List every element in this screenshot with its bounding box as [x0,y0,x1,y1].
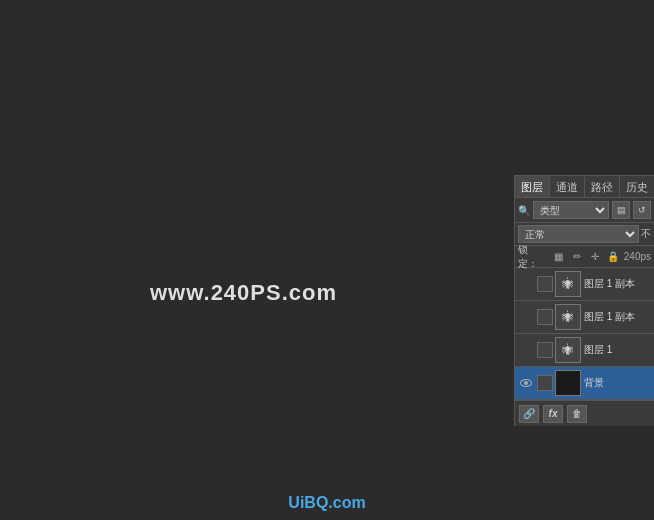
delete-layer-button[interactable]: 🗑 [567,405,587,423]
tab-paths[interactable]: 路径 [585,176,620,197]
layer-visibility-toggle[interactable] [517,374,535,392]
opacity-label: 不 [641,227,651,241]
tab-channels[interactable]: 通道 [550,176,585,197]
layer-effects-button[interactable]: fx [543,405,563,423]
layer-item[interactable]: 🕷 图层 1 副本 [515,268,654,301]
lock-pixels-icon[interactable]: ▦ [551,249,566,265]
panel-tabs: 图层 通道 路径 历史 [515,176,654,198]
layer-checkbox[interactable] [537,375,553,391]
blend-mode-select[interactable]: 正常 [518,225,639,243]
lock-all-icon[interactable]: 🔒 [606,249,621,265]
layer-name: 图层 1 副本 [584,277,652,291]
layers-panel: 图层 通道 路径 历史 🔍 类型 ▤ ↺ 正常 不 锁定： ▦ ✏ ✛ 🔒 24… [514,175,654,426]
layer-thumbnail: 🕷 [555,337,581,363]
layer-size-label: 240ps [624,251,651,262]
panel-toolbar: 🔗 fx 🗑 [515,400,654,426]
lock-position-icon[interactable]: ✏ [569,249,584,265]
layer-item-background[interactable]: 背景 [515,367,654,400]
layer-name: 图层 1 [584,343,652,357]
filter-btn2[interactable]: ↺ [633,201,651,219]
canvas-area [0,0,514,520]
filter-btn1[interactable]: ▤ [612,201,630,219]
layer-visibility-toggle[interactable] [517,341,535,359]
layer-name: 背景 [584,376,652,390]
filter-type-select[interactable]: 类型 [533,201,609,219]
layer-thumbnail [555,370,581,396]
tab-history[interactable]: 历史 [620,176,654,197]
tab-layers[interactable]: 图层 [515,176,550,197]
layer-visibility-toggle[interactable] [517,275,535,293]
layer-thumbnail: 🕷 [555,304,581,330]
layer-checkbox[interactable] [537,342,553,358]
layer-item[interactable]: 🕷 图层 1 [515,334,654,367]
lock-move-icon[interactable]: ✛ [588,249,603,265]
layer-item[interactable]: 🕷 图层 1 副本 [515,301,654,334]
layer-checkbox[interactable] [537,276,553,292]
layer-checkbox[interactable] [537,309,553,325]
layer-name: 图层 1 副本 [584,310,652,324]
layer-thumbnail: 🕷 [555,271,581,297]
filter-row: 🔍 类型 ▤ ↺ [515,198,654,223]
layer-visibility-toggle[interactable] [517,308,535,326]
lock-row: 锁定： ▦ ✏ ✛ 🔒 240ps [515,246,654,268]
filter-icon-left: 🔍 [518,205,530,216]
link-layers-button[interactable]: 🔗 [519,405,539,423]
lock-label: 锁定： [518,243,546,271]
layer-list: 🕷 图层 1 副本 🕷 图层 1 副本 🕷 图层 1 [515,268,654,400]
